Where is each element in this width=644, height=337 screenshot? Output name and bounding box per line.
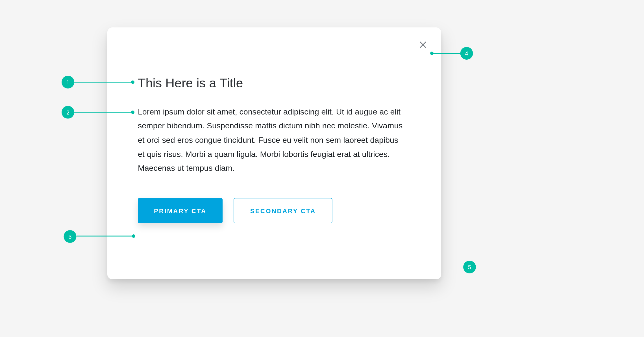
annotation-marker-1: 1 — [62, 76, 74, 88]
annotation-marker-3: 3 — [64, 230, 77, 243]
annotation-line-2 — [74, 112, 133, 113]
modal-card: This Here is a Title Lorem ipsum dolor s… — [107, 27, 441, 279]
annotation-line-3 — [77, 236, 134, 237]
close-button[interactable] — [417, 39, 428, 50]
annotation-marker-4: 4 — [460, 47, 473, 60]
annotation-line-1 — [74, 82, 133, 83]
annotation-line-4 — [432, 53, 461, 54]
button-row: PRIMARY CTA SECONDARY CTA — [138, 198, 411, 223]
modal-title: This Here is a Title — [138, 76, 411, 90]
annotation-marker-2: 2 — [62, 106, 74, 119]
modal-body: Lorem ipsum dolor sit amet, consectetur … — [138, 105, 405, 175]
secondary-cta-button[interactable]: SECONDARY CTA — [234, 198, 332, 223]
annotation-marker-5: 5 — [463, 261, 476, 273]
primary-cta-button[interactable]: PRIMARY CTA — [138, 198, 223, 223]
close-icon — [418, 40, 428, 49]
